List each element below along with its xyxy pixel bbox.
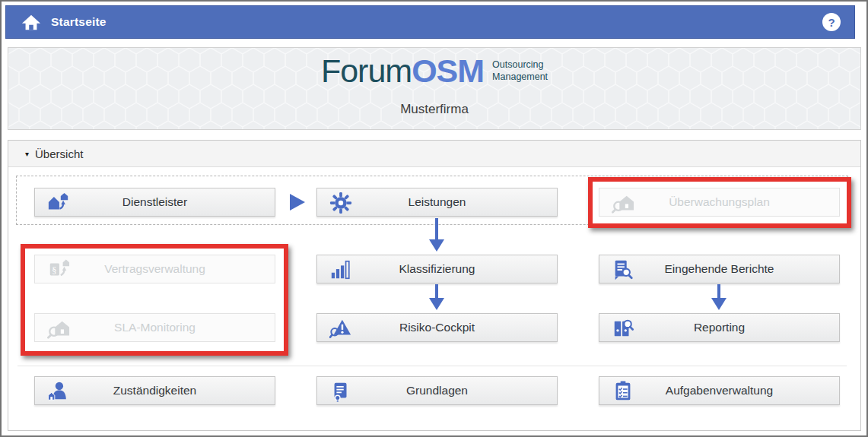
question-mark-icon: ? [828, 16, 835, 29]
triangle-down-icon: ▾ [25, 150, 29, 158]
section-header-uebersicht[interactable]: ▾ Übersicht [8, 141, 860, 167]
sla-search-house-icon [47, 317, 70, 340]
home-icon[interactable] [21, 13, 41, 31]
button-label: Zuständigkeiten [113, 384, 196, 397]
bar-chart-icon [329, 258, 352, 281]
button-label: Überwachungsplan [669, 195, 770, 209]
logo-text-forum: Forum [321, 52, 412, 89]
button-sla-monitoring: SLA-Monitoring [34, 313, 275, 342]
button-eingehende-berichte[interactable]: Eingehende Berichte [599, 255, 840, 283]
startseite-screen: Startseite ? ForumOSM Outsourcing Manage… [0, 0, 868, 437]
button-label: Aufgabenverwaltung [666, 384, 773, 397]
button-label: SLA-Monitoring [114, 321, 196, 334]
flow-arrow-down-icon [429, 284, 444, 310]
binder-search-icon [612, 317, 634, 340]
button-dienstleister[interactable]: Dienstleister [34, 188, 275, 217]
help-button[interactable]: ? [822, 13, 841, 31]
top-bar: Startseite ? [5, 5, 855, 39]
logo-subtitle: Outsourcing Management [492, 59, 548, 84]
button-aufgabenverwaltung[interactable]: Aufgabenverwaltung [599, 376, 840, 405]
button-risiko-cockpit[interactable]: Risiko-Cockpit [316, 313, 558, 342]
report-search-icon [612, 258, 634, 281]
warning-search-icon [329, 317, 352, 340]
button-label: Eingehende Berichte [665, 262, 774, 276]
monitoring-search-house-icon [612, 192, 634, 214]
overview-panel: ▾ Übersicht [8, 140, 861, 431]
logo-text-osm: OSM [412, 52, 484, 89]
logo-header: ForumOSM Outsourcing Management Musterfi… [8, 47, 861, 130]
page-title: Startseite [51, 15, 107, 29]
button-reporting[interactable]: Reporting [599, 313, 840, 342]
button-ueberwachungsplan: Überwachungsplan [599, 188, 840, 217]
clipboard-checklist-icon [612, 380, 634, 403]
button-label: Grundlagen [406, 384, 468, 397]
contract-paragraph-icon: § [47, 258, 70, 281]
section-title: Übersicht [35, 147, 83, 160]
button-label: Leistungen [409, 195, 466, 209]
button-vertragsverwaltung: § Vertragsverwaltung [34, 255, 275, 283]
flow-arrow-down-icon [429, 218, 444, 252]
gear-icon [329, 192, 352, 214]
svg-text:§: § [52, 265, 57, 275]
logo-subtitle-line2: Management [492, 71, 548, 83]
flow-arrow-right-icon [290, 194, 305, 211]
button-klassifizierung[interactable]: Klassifizierung [316, 255, 558, 283]
logo-subtitle-line1: Outsourcing [492, 59, 548, 71]
button-label: Dienstleister [122, 195, 187, 209]
button-label: Reporting [694, 321, 745, 334]
section-divider [17, 366, 847, 366]
provider-transfer-icon [47, 192, 70, 214]
app-logo: ForumOSM Outsourcing Management [8, 55, 860, 87]
button-grundlagen[interactable]: Grundlagen [316, 376, 558, 405]
button-label: Klassifizierung [399, 262, 475, 276]
scroll-document-icon [329, 380, 352, 403]
person-house-icon [47, 380, 70, 403]
flow-arrow-down-icon [711, 284, 727, 310]
button-label: Vertragsverwaltung [104, 262, 205, 276]
company-name: Musterfirma [8, 102, 860, 117]
button-zustaendigkeiten[interactable]: Zuständigkeiten [34, 376, 275, 405]
button-leistungen[interactable]: Leistungen [316, 188, 558, 217]
button-label: Risiko-Cockpit [399, 321, 475, 334]
